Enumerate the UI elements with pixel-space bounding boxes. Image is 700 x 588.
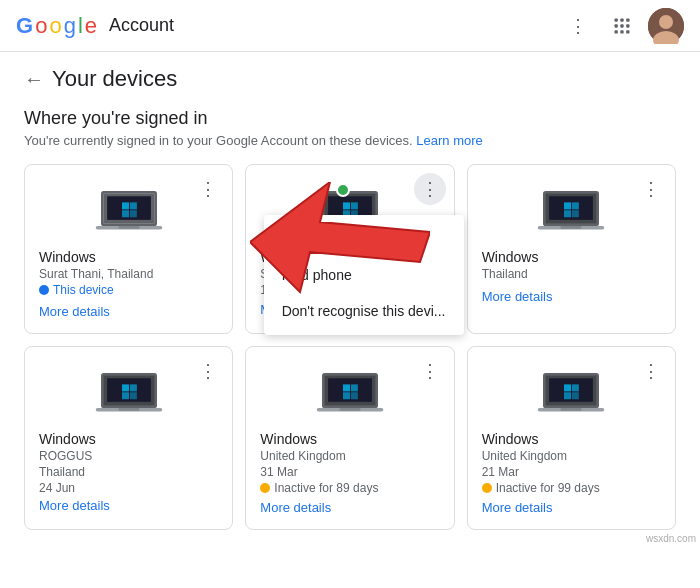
avatar[interactable] xyxy=(648,8,684,44)
svg-rect-17 xyxy=(130,202,137,209)
google-logo: G o o g l e Account xyxy=(16,13,174,39)
device-card-1: ⋮ Windows Surat Thani, Thailand xyxy=(24,164,233,334)
device-card-2: ⋮ Sign out Find phone Don't recognise th… xyxy=(245,164,454,334)
inactive-dot-icon-6 xyxy=(482,483,492,493)
back-arrow-icon: ← xyxy=(24,68,44,91)
avatar-image xyxy=(648,8,684,44)
dropdown-menu: Sign out Find phone Don't recognise this… xyxy=(264,215,464,335)
device-location-5b: 31 Mar xyxy=(260,465,439,479)
svg-rect-43 xyxy=(122,384,129,391)
section-description: You're currently signed in to your Googl… xyxy=(24,133,676,148)
device-icon-wrap-3 xyxy=(482,187,661,237)
svg-rect-45 xyxy=(122,392,129,399)
svg-rect-18 xyxy=(122,210,129,217)
device-location-3: Thailand xyxy=(482,267,661,281)
laptop-icon-4 xyxy=(94,369,164,419)
svg-rect-16 xyxy=(122,202,129,209)
inactive-label-6: Inactive for 99 days xyxy=(496,481,600,495)
svg-rect-54 xyxy=(343,392,350,399)
device-card-3: ⋮ Windows Thailand More details xyxy=(467,164,676,334)
back-navigation[interactable]: ← Your devices xyxy=(24,52,676,100)
svg-rect-0 xyxy=(615,18,618,21)
svg-rect-53 xyxy=(351,384,358,391)
device-location-5a: United Kingdom xyxy=(260,449,439,463)
device-location-4a: ROGGUS xyxy=(39,449,218,463)
svg-rect-2 xyxy=(626,18,629,21)
svg-rect-34 xyxy=(564,202,571,209)
svg-rect-37 xyxy=(572,210,579,217)
laptop-icon-5 xyxy=(315,369,385,419)
device-card-5: ⋮ Windows United Kingdom 31 Mar xyxy=(245,346,454,530)
more-details-link-1[interactable]: More details xyxy=(39,304,110,319)
google-letter-l: l xyxy=(78,13,83,39)
dropdown-dont-recognise[interactable]: Don't recognise this devi... xyxy=(264,293,464,329)
svg-rect-36 xyxy=(564,210,571,217)
laptop-icon-3 xyxy=(536,187,606,237)
device-card-4: ⋮ Windows ROGGUS Thailand 24 Jun More d xyxy=(24,346,233,530)
svg-rect-8 xyxy=(626,30,629,33)
device-card-6: ⋮ Windows United Kingdom 21 Mar xyxy=(467,346,676,530)
svg-rect-55 xyxy=(351,392,358,399)
device-location-6a: United Kingdom xyxy=(482,449,661,463)
google-letter-o2: o xyxy=(49,13,61,39)
more-details-link-3[interactable]: More details xyxy=(482,289,661,304)
page-content: ← Your devices Where you're signed in Yo… xyxy=(0,52,700,546)
apps-grid-button[interactable] xyxy=(604,8,640,44)
inactive-dot-icon-5 xyxy=(260,483,270,493)
svg-rect-52 xyxy=(343,384,350,391)
laptop-icon-1 xyxy=(94,187,164,237)
device-name-1: Windows xyxy=(39,249,218,265)
svg-rect-26 xyxy=(351,202,358,209)
device-icon-wrap-6 xyxy=(482,369,661,419)
more-details-link-5[interactable]: More details xyxy=(260,500,331,515)
google-letter-g: G xyxy=(16,13,33,39)
svg-rect-1 xyxy=(620,18,623,21)
this-device-label: This device xyxy=(53,283,114,297)
devices-grid: ⋮ Windows Surat Thani, Thailand xyxy=(24,164,676,530)
svg-rect-62 xyxy=(572,384,579,391)
device-icon-wrap-4 xyxy=(39,369,218,419)
svg-rect-44 xyxy=(130,384,137,391)
google-letter-e: e xyxy=(85,13,97,39)
page-title: Your devices xyxy=(52,66,177,92)
svg-rect-48 xyxy=(118,408,139,411)
device-icon-wrap-5 xyxy=(260,369,439,419)
svg-rect-7 xyxy=(620,30,623,33)
svg-rect-64 xyxy=(572,392,579,399)
section-title: Where you're signed in xyxy=(24,108,676,129)
svg-rect-5 xyxy=(626,24,629,27)
header: G o o g l e Account ⋮ xyxy=(0,0,700,52)
learn-more-link[interactable]: Learn more xyxy=(416,133,482,148)
svg-rect-19 xyxy=(130,210,137,217)
svg-rect-39 xyxy=(561,226,582,229)
dropdown-find-phone[interactable]: Find phone xyxy=(264,257,464,293)
svg-point-10 xyxy=(659,15,673,29)
dropdown-sign-out[interactable]: Sign out xyxy=(264,221,464,257)
google-letter-o1: o xyxy=(35,13,47,39)
more-details-link-6[interactable]: More details xyxy=(482,500,553,515)
inactive-label-5: Inactive for 89 days xyxy=(274,481,378,495)
more-details-link-4[interactable]: More details xyxy=(39,498,110,513)
more-options-button[interactable]: ⋮ xyxy=(560,8,596,44)
device-location-1: Surat Thani, Thailand xyxy=(39,267,218,281)
vertical-dots-icon: ⋮ xyxy=(569,15,587,37)
svg-rect-66 xyxy=(561,408,582,411)
svg-rect-4 xyxy=(620,24,623,27)
svg-rect-57 xyxy=(339,408,360,411)
active-green-dot-2 xyxy=(336,183,350,197)
header-icons: ⋮ xyxy=(560,8,684,44)
svg-rect-35 xyxy=(572,202,579,209)
svg-rect-3 xyxy=(615,24,618,27)
google-letter-g2: g xyxy=(64,13,76,39)
device-location-4b: Thailand xyxy=(39,465,218,479)
device-inactive-5: Inactive for 89 days xyxy=(260,481,439,495)
svg-rect-6 xyxy=(615,30,618,33)
device-name-5: Windows xyxy=(260,431,439,447)
device-name-3: Windows xyxy=(482,249,661,265)
svg-rect-46 xyxy=(130,392,137,399)
device-location-4c: 24 Jun xyxy=(39,481,218,495)
google-wordmark: G o o g l e xyxy=(16,13,97,39)
device-inactive-6: Inactive for 99 days xyxy=(482,481,661,495)
device-name-4: Windows xyxy=(39,431,218,447)
device-this-device-1: This device xyxy=(39,283,218,297)
